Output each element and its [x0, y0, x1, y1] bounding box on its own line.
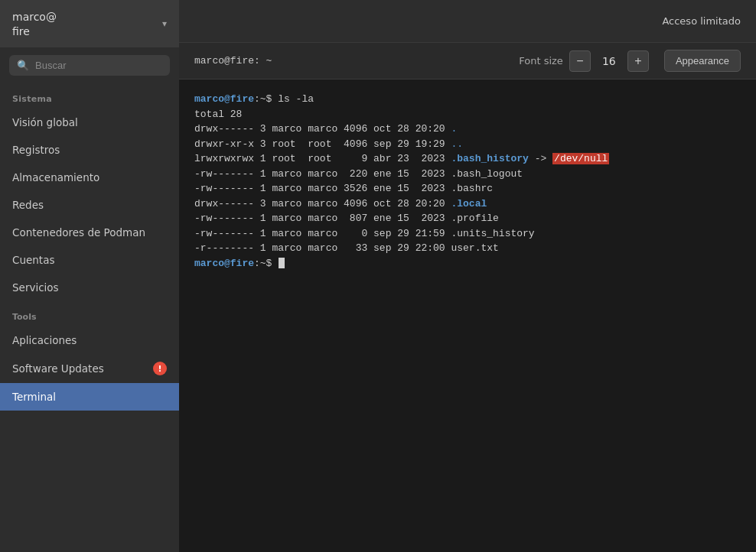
top-bar: Acceso limitado	[179, 0, 756, 43]
search-box: 🔍	[9, 55, 170, 76]
terminal-line-7: -rw------- 1 marco marco 3526 ene 15 202…	[194, 181, 741, 196]
sidebar-item-vision-global[interactable]: Visión global	[0, 109, 179, 136]
sidebar-item-registros[interactable]: Registros	[0, 136, 179, 164]
cmd-1: :~$ ls -la	[254, 93, 314, 105]
font-controls: Font size − 16 + Appearance	[519, 50, 741, 72]
bash-history-link: .bash_history	[451, 153, 528, 164]
acceso-limitado-label: Acceso limitado	[662, 15, 741, 27]
terminal-line-6: -rw------- 1 marco marco 220 ene 15 2023…	[194, 167, 741, 182]
sidebar-item-software-updates[interactable]: Software Updates !	[0, 354, 179, 383]
chevron-down-icon: ▾	[162, 18, 167, 29]
cmd-2: :~$	[254, 258, 278, 269]
sidebar-username: marco@	[12, 11, 57, 23]
terminal-title: marco@fire: ~	[194, 55, 272, 67]
sidebar-header[interactable]: marco@ fire ▾	[0, 0, 179, 47]
sidebar-item-servicios[interactable]: Servicios	[0, 274, 179, 301]
terminal-toolbar: marco@fire: ~ Font size − 16 + Appearanc…	[179, 43, 756, 80]
terminal-body[interactable]: marco@fire:~$ ls -la total 28 drwx------…	[179, 80, 756, 552]
terminal-line-8: drwx------ 3 marco marco 4096 oct 28 20:…	[194, 196, 741, 212]
link-dotdot: ..	[451, 138, 463, 150]
terminal-line-3: drwx------ 3 marco marco 4096 oct 28 20:…	[194, 122, 741, 137]
search-input[interactable]	[35, 60, 162, 71]
terminal-line-2: total 28	[194, 107, 741, 122]
sidebar-item-redes[interactable]: Redes	[0, 191, 179, 219]
sidebar-item-contenedores[interactable]: Contenedores de Podman	[0, 219, 179, 246]
search-icon: 🔍	[17, 60, 29, 71]
terminal-line-4: drwxr-xr-x 3 root root 4096 sep 29 19:29…	[194, 137, 741, 152]
sidebar-item-terminal[interactable]: Terminal	[0, 383, 179, 411]
devnull-link: /dev/null	[552, 153, 609, 164]
terminal-line-5: lrwxrwxrwx 1 root root 9 abr 23 2023 .ba…	[194, 151, 741, 167]
sidebar-section-sistema: Sistema	[0, 83, 179, 109]
sidebar-user: marco@ fire	[12, 9, 57, 38]
font-decrease-button[interactable]: −	[569, 50, 591, 72]
prompt-2: marco@fire	[194, 258, 254, 269]
font-increase-button[interactable]: +	[627, 50, 649, 72]
sidebar-subuser: fire	[12, 25, 30, 37]
appearance-button[interactable]: Appearance	[664, 50, 741, 72]
terminal-line-9: -rw------- 1 marco marco 807 ene 15 2023…	[194, 211, 741, 226]
sidebar-item-almacenamiento[interactable]: Almacenamiento	[0, 164, 179, 191]
prompt-1: marco@fire	[194, 93, 254, 105]
link-dot: .	[451, 123, 457, 135]
sidebar-item-aplicaciones[interactable]: Aplicaciones	[0, 326, 179, 354]
cursor	[279, 258, 285, 268]
sidebar-item-cuentas[interactable]: Cuentas	[0, 246, 179, 274]
local-link: .local	[451, 198, 487, 209]
terminal-line-11: -r-------- 1 marco marco 33 sep 29 22:00…	[194, 241, 741, 256]
terminal-line-prompt2: marco@fire:~$	[194, 256, 741, 271]
search-container: 🔍	[0, 47, 179, 83]
sidebar-section-tools: Tools	[0, 301, 179, 326]
font-size-label: Font size	[519, 55, 563, 67]
software-updates-badge: !	[153, 362, 167, 375]
font-size-value: 16	[597, 55, 621, 67]
main-content: Acceso limitado marco@fire: ~ Font size …	[179, 0, 756, 552]
terminal-line-10: -rw------- 1 marco marco 0 sep 29 21:59 …	[194, 226, 741, 242]
sidebar: marco@ fire ▾ 🔍 Sistema Visión global Re…	[0, 0, 179, 552]
terminal-line-1: marco@fire:~$ ls -la	[194, 92, 741, 107]
